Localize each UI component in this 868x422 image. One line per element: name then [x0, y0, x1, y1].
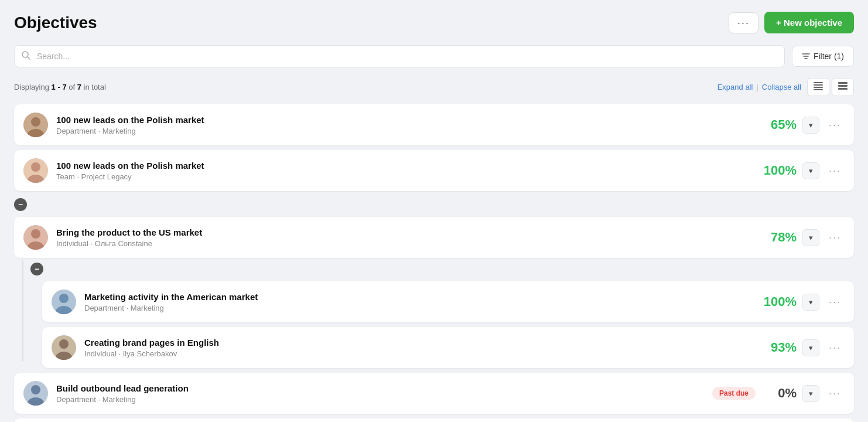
filter-button[interactable]: Filter (1) [792, 46, 854, 67]
past-due-badge: Past due [712, 387, 756, 400]
avatar [52, 290, 76, 314]
objective-info: 100 new leads on the Polish market Team … [56, 161, 753, 181]
avatar [52, 335, 76, 360]
progress-percent: 100% [761, 294, 797, 309]
progress-percent: 78% [761, 230, 797, 245]
progress-percent: 65% [761, 117, 797, 132]
expand-all-link[interactable]: Expand all [717, 83, 753, 91]
meta-right: Expand all | Collapse all [717, 78, 854, 96]
sub-collapse-row: − [30, 263, 854, 278]
progress-dropdown-button[interactable]: ▾ [802, 294, 819, 311]
objective-info: Creating brand pages in English Individu… [84, 338, 753, 358]
more-menu-button[interactable]: ··· [825, 339, 845, 356]
more-options-button[interactable]: ··· [729, 12, 758, 33]
avatar [23, 158, 48, 183]
more-menu-button[interactable]: ··· [825, 294, 845, 311]
expand-collapse: Expand all | Collapse all [717, 83, 801, 91]
page-header: Objectives ··· + New objective [14, 12, 854, 33]
more-menu-button[interactable]: ··· [825, 117, 845, 134]
svg-rect-8 [838, 88, 848, 90]
sub-collapse-button[interactable]: − [30, 263, 43, 275]
objective-actions: 100% ▾ ··· [761, 294, 845, 311]
search-wrapper [14, 45, 785, 67]
progress-dropdown-button[interactable]: ▾ [802, 339, 819, 356]
svg-rect-7 [838, 85, 848, 87]
objective-name: Bring the product to the US market [56, 227, 753, 237]
table-row: 100 new leads on the Polish market Team … [14, 150, 854, 191]
svg-point-10 [31, 117, 40, 127]
progress-dropdown-button[interactable]: ▾ [802, 117, 819, 134]
objective-meta: Individual · Ilya Scherbakov [84, 349, 753, 358]
progress-dropdown-button[interactable]: ▾ [802, 385, 819, 402]
objective-info: Marketing activity in the American marke… [84, 292, 753, 312]
view-list-button[interactable] [807, 78, 829, 96]
progress-percent: 100% [761, 163, 797, 178]
svg-rect-4 [814, 87, 823, 88]
collapse-all-link[interactable]: Collapse all [762, 83, 801, 91]
objective-actions: 65% ▾ ··· [761, 117, 845, 134]
objective-actions: 93% ▾ ··· [761, 339, 845, 356]
table-row: 100 new leads on the Polish market Depar… [14, 104, 854, 145]
view-compact-button[interactable] [832, 78, 854, 96]
objective-actions: 100% ▾ ··· [761, 162, 845, 179]
objective-info: Build outbound lead generation Departmen… [56, 383, 704, 404]
objective-meta: Department · Marketing [56, 395, 704, 404]
svg-rect-5 [814, 89, 823, 90]
meta-row: Displaying 1 - 7 of 7 in total Expand al… [14, 78, 854, 96]
svg-point-22 [59, 339, 69, 349]
objective-info: Bring the product to the US market Indiv… [56, 227, 753, 248]
objective-actions: 78% ▾ ··· [761, 229, 845, 246]
objective-meta: Individual · Ольга Constaine [56, 239, 753, 248]
page-title: Objectives [14, 13, 97, 32]
svg-point-19 [59, 294, 69, 303]
progress-dropdown-button[interactable]: ▾ [802, 229, 819, 246]
avatar [23, 113, 48, 137]
table-row: Build outbound lead generation Departmen… [14, 373, 854, 414]
search-filter-row: Filter (1) [14, 45, 854, 67]
svg-point-13 [31, 162, 40, 172]
progress-percent: 93% [761, 340, 797, 355]
svg-point-16 [31, 229, 40, 239]
objective-name: 100 new leads on the Polish market [56, 161, 753, 171]
svg-line-1 [28, 57, 30, 59]
search-input[interactable] [14, 45, 785, 67]
table-row: Creating brand pages in English Individu… [42, 327, 854, 368]
more-menu-button[interactable]: ··· [825, 162, 845, 179]
svg-rect-6 [838, 82, 848, 84]
table-row: Bring the product to the US market Indiv… [14, 217, 854, 258]
objective-meta: Team · Project Legacy [56, 172, 753, 181]
objective-actions: Past due 0% ▾ ··· [712, 385, 845, 402]
svg-rect-2 [814, 82, 823, 83]
more-menu-button[interactable]: ··· [825, 385, 845, 402]
objective-info: 100 new leads on the Polish market Depar… [56, 115, 753, 135]
objective-list: 100 new leads on the Polish market Depar… [14, 104, 854, 422]
avatar [23, 225, 48, 250]
objective-group: − Bring the product to the US market Ind… [14, 196, 854, 373]
collapse-row: − [14, 198, 854, 213]
objective-name: Marketing activity in the American marke… [84, 292, 753, 302]
view-buttons [807, 78, 854, 96]
collapse-button[interactable]: − [14, 198, 27, 211]
svg-point-25 [31, 385, 40, 394]
sub-indent: − Marketing activity in the American mar… [30, 260, 854, 373]
progress-percent: 0% [761, 386, 797, 401]
objective-meta: Department · Marketing [56, 127, 753, 135]
objective-name: Build outbound lead generation [56, 383, 704, 393]
table-row: Marketing activity in the American marke… [42, 281, 854, 322]
displaying-text: Displaying 1 - 7 of 7 in total [14, 83, 106, 91]
objective-name: Creating brand pages in English [84, 338, 753, 348]
more-menu-button[interactable]: ··· [825, 229, 845, 246]
table-row: Close 4 jobs for the marketing departmen… [14, 418, 854, 422]
avatar [23, 381, 48, 406]
search-icon [21, 50, 30, 62]
objective-name: 100 new leads on the Polish market [56, 115, 753, 125]
objective-meta: Department · Marketing [84, 304, 753, 312]
progress-dropdown-button[interactable]: ▾ [802, 162, 819, 179]
new-objective-button[interactable]: + New objective [764, 12, 854, 33]
svg-rect-3 [814, 84, 823, 86]
header-actions: ··· + New objective [729, 12, 854, 33]
